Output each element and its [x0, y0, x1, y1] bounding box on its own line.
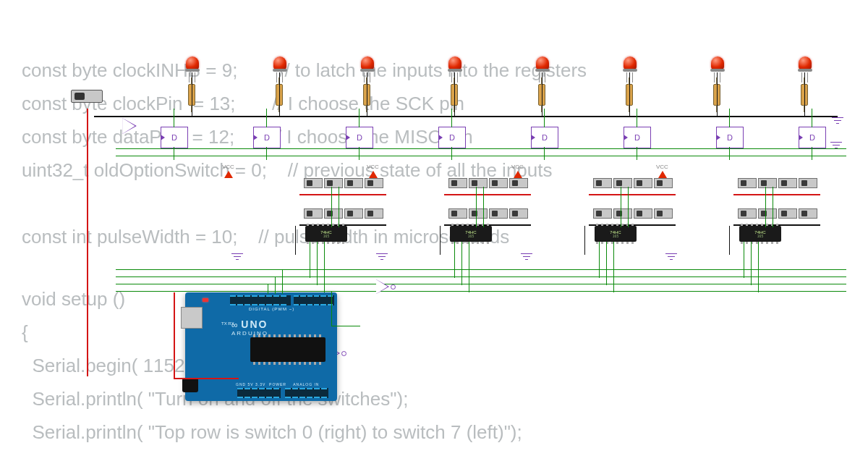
header-analog[interactable] — [285, 388, 328, 398]
d-flipflop-0: D — [161, 127, 188, 148]
vcc-icon — [224, 171, 233, 178]
wire — [440, 226, 441, 255]
wire-enable — [116, 269, 846, 270]
d-flipflop-2: D — [346, 127, 373, 148]
vcc-icon — [658, 171, 667, 178]
wire — [599, 242, 600, 278]
wire — [295, 226, 296, 255]
dip-switch[interactable] — [738, 208, 757, 219]
led-0 — [186, 56, 199, 75]
dip-switch[interactable] — [738, 178, 757, 188]
wire-data — [116, 291, 846, 292]
shift-register-74hc165: 74HC165 — [450, 226, 492, 242]
wire — [310, 242, 310, 278]
dip-switch[interactable] — [365, 208, 383, 219]
usb-port — [181, 307, 203, 329]
dip-switch[interactable] — [304, 178, 323, 188]
wire — [476, 187, 477, 227]
wire — [331, 291, 332, 326]
dip-switch[interactable] — [634, 178, 652, 188]
dip-switch[interactable] — [593, 208, 612, 219]
arduino-uno[interactable]: DIGITAL (PWM ~) ∞ UNO ARDUINO TX RX GND … — [185, 292, 337, 401]
dip-switch[interactable] — [509, 178, 528, 188]
dip-switch[interactable] — [304, 208, 323, 219]
wire — [751, 242, 752, 285]
ground-icon — [832, 117, 843, 127]
wire — [758, 242, 759, 292]
vcc-label: VCC — [367, 164, 379, 170]
dip-switch[interactable] — [758, 178, 777, 188]
dip-switch[interactable] — [489, 208, 508, 219]
shift-register-74hc165: 74HC165 — [305, 226, 347, 242]
code-line: Serial.println( "Turn on and off the swi… — [22, 388, 846, 410]
dip-switch[interactable] — [654, 208, 673, 219]
wire-5v — [174, 292, 175, 379]
d-flipflop-5: D — [624, 127, 651, 148]
wire — [367, 72, 367, 117]
dip-switch[interactable] — [593, 178, 612, 188]
dip-switch[interactable] — [634, 208, 652, 219]
led-1 — [273, 56, 286, 75]
wire — [454, 72, 455, 117]
dip-switch[interactable] — [778, 178, 797, 188]
dip-switch[interactable] — [448, 178, 467, 188]
wire — [744, 242, 744, 278]
dip-switch[interactable] — [758, 208, 777, 219]
dip-switch[interactable] — [324, 178, 343, 188]
dip-switch[interactable] — [613, 178, 632, 188]
shift-register-74hc165: 74HC165 — [595, 226, 637, 242]
vcc-icon — [369, 171, 378, 178]
d-flipflop-4: D — [531, 127, 558, 148]
wire — [266, 109, 267, 127]
wire — [451, 109, 452, 127]
dip-switch[interactable] — [344, 208, 363, 219]
d-flipflop-3: D — [438, 127, 466, 148]
dip-switch[interactable] — [469, 208, 488, 219]
wire — [637, 109, 637, 127]
d-flipflop-7: D — [799, 127, 826, 148]
barrel-jack — [182, 378, 198, 392]
wire — [606, 242, 607, 285]
board-brand-text: ARDUINO — [231, 330, 268, 337]
wire — [804, 72, 805, 117]
wire — [765, 187, 766, 227]
ground-icon — [231, 253, 243, 263]
power-switch[interactable] — [71, 90, 103, 103]
wire — [613, 242, 614, 292]
dip-switch[interactable] — [778, 208, 797, 219]
vcc-label: VCC — [511, 164, 524, 170]
wire — [324, 242, 325, 292]
wire — [621, 187, 621, 227]
dip-switch[interactable] — [324, 208, 343, 219]
dip-switch[interactable] — [509, 208, 528, 219]
dip-switch[interactable] — [365, 178, 383, 188]
board-brand: ∞ UNO ARDUINO — [231, 318, 268, 337]
code-line: { — [22, 321, 846, 344]
wire — [729, 109, 730, 127]
code-line: const byte clockPin = 13; // I choose th… — [22, 93, 846, 115]
code-line: const int pulseWidth = 10; // pulse widt… — [22, 226, 846, 248]
dip-switch[interactable] — [489, 178, 508, 188]
dip-switch[interactable] — [448, 208, 467, 219]
wire — [461, 242, 462, 285]
dip-switch[interactable] — [344, 178, 363, 188]
inverter-icon — [376, 279, 389, 294]
header-digital-left[interactable] — [230, 295, 291, 305]
schematic-canvas: const byte clockINHB = 9; // to latch th… — [0, 0, 868, 456]
header-power[interactable] — [237, 388, 281, 398]
dip-switch[interactable] — [469, 178, 488, 188]
wire — [717, 72, 718, 117]
vcc-label: VCC — [656, 164, 668, 170]
dip-switch[interactable] — [654, 178, 673, 188]
wire-5v — [299, 194, 386, 195]
bus-gnd — [94, 116, 838, 117]
dip-switch[interactable] — [613, 208, 632, 219]
header-digital-right[interactable] — [294, 295, 334, 305]
wire-5v — [444, 194, 531, 195]
wire — [812, 109, 812, 127]
dip-switch[interactable] — [799, 208, 817, 219]
dip-switch[interactable] — [799, 178, 817, 188]
wire — [773, 187, 773, 227]
board-model: UNO — [241, 318, 268, 330]
led-4 — [536, 56, 549, 75]
